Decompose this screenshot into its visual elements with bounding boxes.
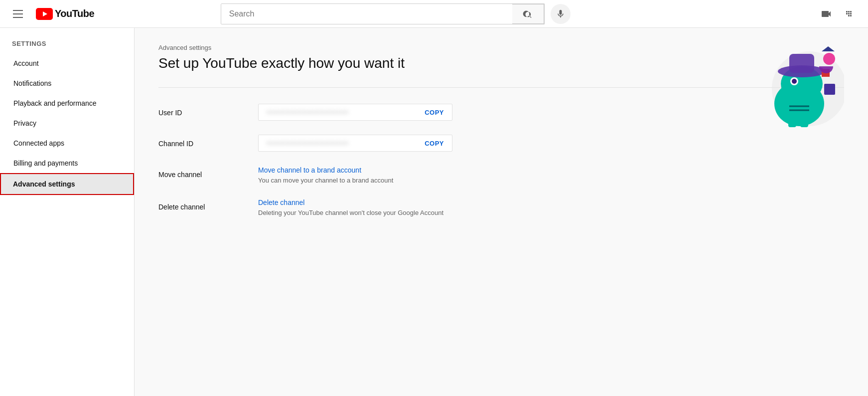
sidebar-item-connected-apps-label: Connected apps	[13, 139, 64, 147]
user-id-box: •••••••••••••••••••••••• COPY	[258, 104, 452, 121]
move-channel-link[interactable]: Move channel to a brand account	[258, 166, 361, 174]
illustration-svg	[744, 44, 844, 134]
sidebar-item-privacy-label: Privacy	[13, 119, 36, 127]
main-content: Advanced settings Set up YouTube exactly…	[135, 28, 868, 396]
delete-channel-content: Delete channel Deleting your YouTube cha…	[258, 198, 707, 216]
move-channel-content: Move channel to a brand account You can …	[258, 166, 707, 184]
delete-channel-label: Delete channel	[158, 198, 238, 211]
logo[interactable]: YouTube	[36, 8, 94, 20]
header-left: YouTube	[8, 4, 94, 24]
sidebar-item-playback-label: Playback and performance	[13, 99, 97, 107]
user-id-content: •••••••••••••••••••••••• COPY	[258, 104, 707, 121]
svg-rect-7	[789, 54, 814, 73]
svg-rect-17	[800, 121, 808, 127]
page-title: Set up YouTube exactly how you want it	[158, 55, 844, 71]
section-divider	[158, 87, 844, 88]
svg-point-9	[792, 79, 797, 84]
apps-grid-button[interactable]	[840, 4, 860, 24]
sidebar-item-billing-label: Billing and payments	[13, 159, 78, 167]
logo-label: YouTube	[55, 8, 94, 19]
sidebar-item-notifications-label: Notifications	[13, 79, 51, 87]
move-channel-row: Move channel Move channel to a brand acc…	[158, 166, 707, 184]
header-center	[214, 3, 578, 24]
create-video-icon	[820, 8, 832, 20]
illustration	[744, 44, 844, 134]
sidebar-item-playback[interactable]: Playback and performance	[0, 93, 134, 113]
page-container: SETTINGS Account Notifications Playback …	[0, 28, 868, 396]
delete-channel-link[interactable]: Delete channel	[258, 198, 304, 206]
search-bar	[221, 3, 545, 24]
sidebar: SETTINGS Account Notifications Playback …	[0, 28, 135, 396]
sidebar-item-notifications[interactable]: Notifications	[0, 73, 134, 93]
channel-id-box: •••••••••••••••••••••••• COPY	[258, 135, 452, 152]
mic-icon	[556, 9, 566, 19]
sidebar-item-billing[interactable]: Billing and payments	[0, 153, 134, 173]
svg-marker-11	[822, 46, 835, 51]
svg-rect-16	[788, 121, 796, 127]
svg-rect-13	[824, 84, 835, 95]
settings-label: SETTINGS	[0, 36, 134, 53]
sidebar-item-connected-apps[interactable]: Connected apps	[0, 133, 134, 153]
channel-id-value: ••••••••••••••••••••••••	[267, 139, 349, 147]
channel-id-row: Channel ID •••••••••••••••••••••••• COPY	[158, 135, 707, 152]
svg-point-10	[823, 53, 835, 65]
header: YouTube	[0, 0, 868, 28]
sidebar-item-account-label: Account	[13, 59, 39, 67]
delete-channel-row: Delete channel Delete channel Deleting y…	[158, 198, 707, 216]
sidebar-item-advanced[interactable]: Advanced settings	[0, 173, 134, 195]
search-icon	[523, 9, 533, 19]
sidebar-item-account[interactable]: Account	[0, 53, 134, 73]
channel-id-label: Channel ID	[158, 135, 238, 148]
sidebar-item-privacy[interactable]: Privacy	[0, 113, 134, 133]
header-right	[816, 4, 860, 24]
delete-channel-desc: Deleting your YouTube channel won't clos…	[258, 209, 707, 216]
create-video-button[interactable]	[816, 4, 836, 24]
move-channel-label: Move channel	[158, 166, 238, 179]
user-id-copy-button[interactable]: COPY	[425, 109, 444, 116]
sidebar-item-advanced-wrapper: Advanced settings	[0, 173, 134, 195]
user-id-value: ••••••••••••••••••••••••	[267, 108, 349, 116]
page-subtitle: Advanced settings	[158, 44, 844, 51]
hamburger-button[interactable]	[8, 4, 28, 24]
youtube-logo-icon	[36, 8, 53, 20]
search-input[interactable]	[221, 4, 512, 24]
user-id-row: User ID •••••••••••••••••••••••• COPY	[158, 104, 707, 121]
move-channel-desc: You can move your channel to a brand acc…	[258, 177, 707, 184]
hamburger-icon	[9, 6, 27, 22]
mic-button[interactable]	[551, 4, 571, 24]
user-id-label: User ID	[158, 104, 238, 117]
channel-id-content: •••••••••••••••••••••••• COPY	[258, 135, 707, 152]
search-button[interactable]	[512, 4, 544, 24]
channel-id-copy-button[interactable]: COPY	[425, 140, 444, 147]
sidebar-item-advanced-label: Advanced settings	[13, 180, 75, 188]
apps-grid-icon	[844, 8, 856, 20]
settings-section: User ID •••••••••••••••••••••••• COPY Ch…	[158, 104, 707, 216]
